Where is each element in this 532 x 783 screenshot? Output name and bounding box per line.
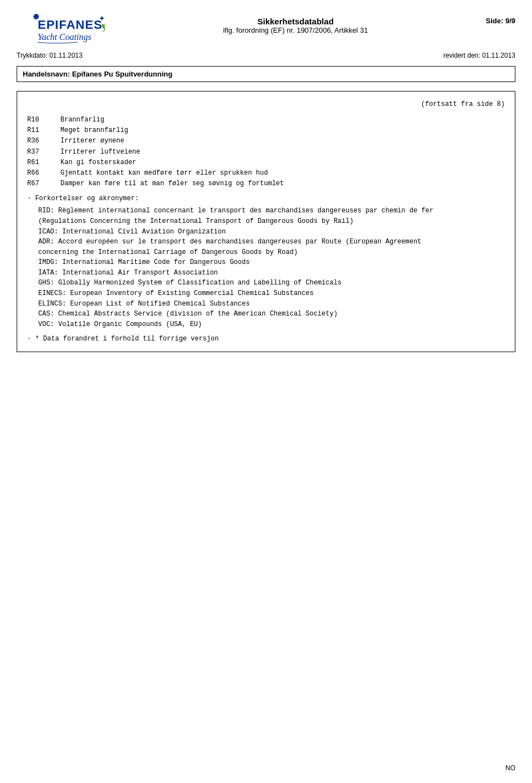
risk-desc-r61: Kan gi fosterskader (60, 157, 505, 168)
risk-code-r37: R37 (27, 147, 60, 157)
risk-row: R36 Irriterer øynene (27, 136, 505, 146)
acronym-iata: IATA: International Air Transport Associ… (38, 268, 505, 278)
svg-text:Yacht Coatings: Yacht Coatings (38, 32, 91, 42)
risk-row: R10 Brannfarlig (27, 115, 505, 125)
doc-title: Sikkerhetsdatablad (105, 17, 486, 26)
risk-row: R67 Damper kan føre til at man føler seg… (27, 179, 505, 189)
header-center: Sikkerhetsdatablad iflg. forordning (EF)… (105, 11, 486, 34)
risk-desc-r36: Irriterer øynene (60, 136, 505, 146)
risk-table: R10 Brannfarlig R11 Meget brannfarlig R3… (27, 115, 505, 189)
risk-desc-r37: Irriterer luftveiene (60, 147, 505, 157)
fortsatt-header: (fortsatt fra side 8) (27, 99, 505, 109)
svg-text:🌿: 🌿 (101, 22, 105, 32)
page-footer: NO (505, 764, 515, 772)
acronym-imdg: IMDG: International Maritime Code for Da… (38, 257, 505, 268)
forkortelser-header: · Forkortelser og akronymer: (27, 194, 505, 204)
risk-desc-r10: Brannfarlig (60, 115, 505, 125)
risk-row: R61 Kan gi fosterskader (27, 157, 505, 168)
acronym-einecs: EINECS: European Inventory of Existing C… (38, 288, 505, 299)
risk-desc-r66: Gjentatt kontakt kan medføre tørr eller … (60, 168, 505, 179)
handelsnavn-value: Epifanes Pu Spuitverdunning (72, 70, 172, 78)
logo-area: EPIFANES ✦ 🌿 E Yacht Coatings (17, 11, 105, 47)
final-note-text: · * Data forandret i forhold til forrige… (27, 334, 219, 344)
risk-desc-r11: Meget brannfarlig (60, 125, 505, 136)
risk-code-r67: R67 (27, 179, 60, 189)
risk-code-r61: R61 (27, 157, 60, 168)
page-number: Side: 9/9 (486, 17, 515, 25)
risk-row: R11 Meget brannfarlig (27, 125, 505, 136)
header: EPIFANES ✦ 🌿 E Yacht Coatings Sikkerhets… (17, 11, 515, 47)
acronym-voc: VOC: Volatile Organic Compounds (USA, EU… (38, 319, 505, 330)
forkortelser-title: · Forkortelser og akronymer: (27, 194, 139, 204)
handelsnavn-box: Handelsnavn: Epifanes Pu Spuitverdunning (17, 66, 515, 82)
acronym-adr: ADR: Accord européen sur le transport de… (38, 237, 505, 247)
risk-desc-r67: Damper kan føre til at man føler seg søv… (60, 179, 505, 189)
acronym-rid: RID: Règlement international concernant … (38, 206, 505, 216)
acronym-adr-cont: concerning the International Carriage of… (38, 247, 505, 258)
risk-code-r66: R66 (27, 168, 60, 179)
trykkdato-row: Trykkdato: 01.11.2013 revidert den: 01.1… (17, 52, 515, 59)
risk-code-r36: R36 (27, 136, 60, 146)
footer-text: NO (505, 764, 515, 772)
acronym-icao: ICAO: International Civil Aviation Organ… (38, 227, 505, 237)
page-info: Side: 9/9 (486, 11, 515, 25)
doc-subtitle: iflg. forordning (EF) nr. 1907/2006, Art… (105, 26, 486, 34)
risk-code-r10: R10 (27, 115, 60, 125)
trykkdato-label: Trykkdato: 01.11.2013 (17, 52, 83, 59)
svg-text:E: E (32, 14, 35, 21)
acronyms-section: RID: Règlement international concernant … (38, 206, 505, 329)
acronym-rid-cont: (Regulations Concerning the Internationa… (38, 216, 505, 227)
risk-row: R37 Irriterer luftveiene (27, 147, 505, 157)
acronym-ghs: GHS: Globally Harmonized System of Class… (38, 278, 505, 288)
content-box: (fortsatt fra side 8) R10 Brannfarlig R1… (17, 91, 515, 352)
svg-text:EPIFANES: EPIFANES (38, 18, 103, 32)
page: EPIFANES ✦ 🌿 E Yacht Coatings Sikkerhets… (0, 0, 532, 783)
epifanes-logo: EPIFANES ✦ 🌿 E Yacht Coatings (17, 11, 105, 47)
risk-row: R66 Gjentatt kontakt kan medføre tørr el… (27, 168, 505, 179)
revidert-label: revidert den: 01.11.2013 (443, 52, 515, 59)
handelsnavn-label: Handelsnavn: (23, 70, 70, 78)
acronym-cas: CAS: Chemical Abstracts Service (divisio… (38, 309, 505, 319)
acronym-elincs: ELINCS: European List of Notified Chemic… (38, 299, 505, 309)
final-note: · * Data forandret i forhold til forrige… (27, 334, 505, 344)
risk-code-r11: R11 (27, 125, 60, 136)
svg-text:✦: ✦ (99, 14, 105, 23)
